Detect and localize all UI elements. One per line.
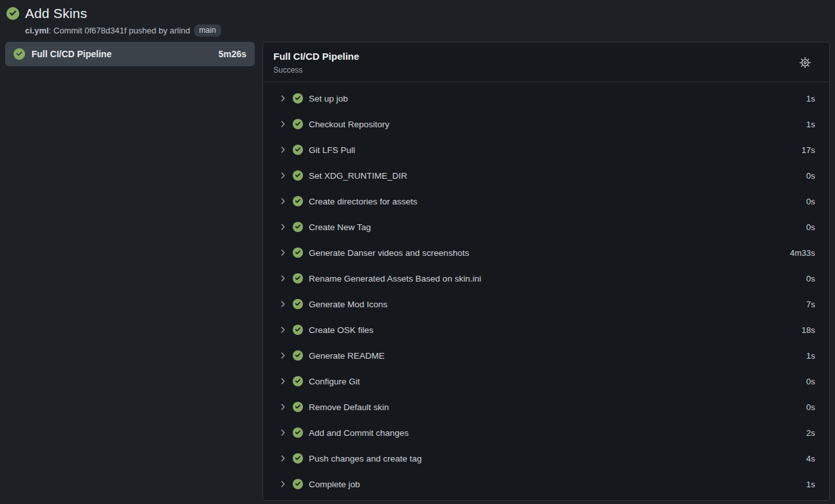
chevron-right-icon[interactable]: [279, 171, 288, 180]
check-circle-icon: [293, 325, 303, 335]
job-panel: Full CI/CD Pipeline Success: [262, 42, 830, 501]
step-name: Git LFS Pull: [309, 145, 802, 155]
step-duration: 0s: [806, 402, 815, 412]
run-status-check-circle-icon: [6, 7, 19, 20]
step-name: Remove Default skin: [309, 402, 806, 412]
job-item[interactable]: Full CI/CD Pipeline 5m26s: [5, 42, 255, 66]
step-duration: 7s: [806, 300, 815, 309]
step-name: Set up job: [309, 94, 806, 104]
step-name: Create New Tag: [309, 222, 806, 232]
step-name: Create directories for assets: [309, 197, 806, 206]
step-row[interactable]: Set up job 1s: [263, 86, 829, 111]
commit-text: : Commit 0f678d341f pushed by arlind: [49, 26, 190, 35]
chevron-right-icon[interactable]: [279, 248, 288, 257]
job-duration: 5m26s: [218, 49, 246, 59]
run-header: Add Skins ci.yml: Commit 0f678d341f push…: [5, 3, 830, 42]
step-name: Rename Generated Assets Based on skin.in…: [309, 274, 806, 284]
step-row[interactable]: Git LFS Pull 17s: [263, 137, 829, 163]
page-title: Add Skins: [25, 6, 87, 21]
step-row[interactable]: Create directories for assets 0s: [263, 188, 829, 214]
step-row[interactable]: Checkout Repository 1s: [263, 111, 829, 137]
step-name: Add and Commit changes: [309, 428, 806, 438]
step-row[interactable]: Generate README 1s: [263, 343, 829, 368]
job-title: Full CI/CD Pipeline: [273, 50, 359, 63]
chevron-right-icon[interactable]: [279, 145, 288, 154]
check-circle-icon: [293, 428, 303, 438]
check-circle-icon: [293, 93, 303, 104]
chevron-right-icon[interactable]: [279, 94, 288, 103]
jobs-sidebar: Full CI/CD Pipeline 5m26s: [5, 42, 255, 66]
step-duration: 1s: [806, 351, 815, 361]
step-row[interactable]: Configure Git 0s: [263, 368, 829, 394]
step-name: Complete job: [309, 480, 806, 489]
chevron-right-icon[interactable]: [279, 120, 288, 129]
job-name: Full CI/CD Pipeline: [32, 49, 212, 59]
step-row[interactable]: Create New Tag 0s: [263, 214, 829, 240]
chevron-right-icon[interactable]: [279, 428, 288, 437]
step-duration: 1s: [806, 94, 815, 104]
actions-run-page: Add Skins ci.yml: Commit 0f678d341f push…: [0, 0, 835, 504]
step-row[interactable]: Add and Commit changes 2s: [263, 420, 829, 446]
check-circle-icon: [14, 48, 25, 60]
check-circle-icon: [293, 376, 303, 386]
step-duration: 17s: [802, 145, 815, 155]
check-circle-icon: [293, 248, 303, 258]
step-row[interactable]: Create OSK files 18s: [263, 317, 829, 343]
job-panel-header: Full CI/CD Pipeline Success: [263, 42, 829, 82]
chevron-right-icon[interactable]: [279, 480, 288, 489]
chevron-right-icon[interactable]: [279, 325, 288, 334]
chevron-right-icon[interactable]: [279, 454, 288, 463]
steps-list: Set up job 1s Checkout Repository 1s: [263, 82, 829, 500]
check-circle-icon: [293, 273, 303, 284]
step-row[interactable]: Complete job 1s: [263, 471, 829, 497]
step-duration: 18s: [802, 325, 815, 335]
check-circle-icon: [293, 402, 303, 412]
step-row[interactable]: Generate Mod Icons 7s: [263, 291, 829, 317]
step-row[interactable]: Generate Danser videos and screenshots 4…: [263, 240, 829, 266]
check-circle-icon: [293, 196, 303, 206]
step-row[interactable]: Remove Default skin 0s: [263, 394, 829, 420]
step-name: Create OSK files: [309, 325, 802, 335]
gear-icon: [799, 57, 811, 69]
step-name: Generate Danser videos and screenshots: [309, 248, 790, 258]
step-duration: 1s: [806, 480, 815, 489]
check-circle-icon: [293, 350, 303, 361]
branch-badge[interactable]: main: [194, 24, 221, 37]
step-duration: 2s: [806, 428, 815, 438]
run-content: Full CI/CD Pipeline 5m26s Full CI/CD Pip…: [5, 42, 830, 501]
job-settings-button[interactable]: [798, 55, 812, 70]
check-circle-icon: [293, 479, 303, 489]
workflow-file-name: ci.yml: [25, 26, 49, 35]
step-duration: 0s: [806, 222, 815, 232]
chevron-right-icon[interactable]: [279, 351, 288, 360]
step-row[interactable]: Set XDG_RUNTIME_DIR 0s: [263, 163, 829, 188]
step-duration: 0s: [806, 274, 815, 284]
check-circle-icon: [293, 170, 303, 181]
run-subtitle: ci.yml: Commit 0f678d341f pushed by arli…: [25, 24, 829, 37]
step-row[interactable]: Push changes and create tag 4s: [263, 446, 829, 471]
step-row[interactable]: Rename Generated Assets Based on skin.in…: [263, 266, 829, 291]
step-duration: 0s: [806, 197, 815, 206]
step-duration: 0s: [806, 171, 815, 181]
check-circle-icon: [293, 145, 303, 155]
step-name: Generate Mod Icons: [309, 300, 806, 309]
step-name: Set XDG_RUNTIME_DIR: [309, 171, 806, 181]
step-name: Generate README: [309, 351, 806, 361]
check-circle-icon: [293, 119, 303, 129]
step-name: Configure Git: [309, 377, 806, 386]
chevron-right-icon[interactable]: [279, 197, 288, 206]
step-duration: 4m33s: [790, 248, 815, 258]
check-circle-icon: [293, 453, 303, 464]
step-duration: 0s: [806, 377, 815, 386]
check-circle-icon: [293, 299, 303, 309]
job-status-label: Success: [273, 65, 359, 75]
chevron-right-icon[interactable]: [279, 274, 288, 283]
chevron-right-icon[interactable]: [279, 222, 288, 231]
chevron-right-icon[interactable]: [279, 300, 288, 309]
step-name: Push changes and create tag: [309, 454, 806, 464]
chevron-right-icon[interactable]: [279, 377, 288, 386]
check-circle-icon: [293, 222, 303, 232]
step-name: Checkout Repository: [309, 120, 806, 129]
chevron-right-icon[interactable]: [279, 402, 288, 411]
step-duration: 1s: [806, 120, 815, 129]
